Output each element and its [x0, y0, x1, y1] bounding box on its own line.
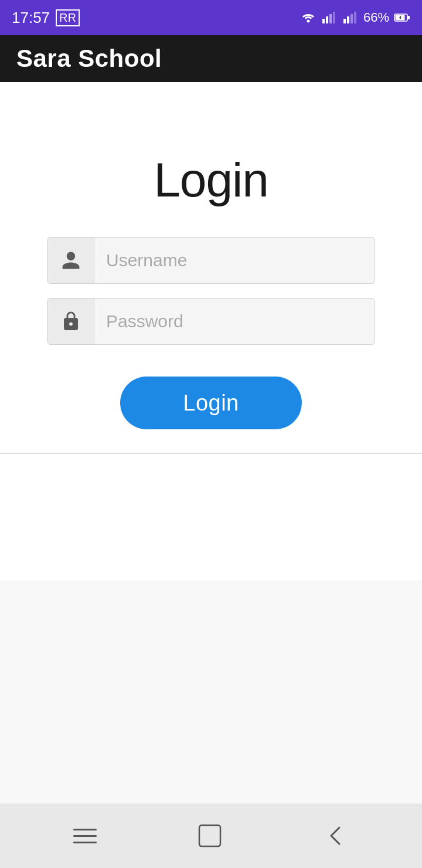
battery-icon [394, 11, 410, 25]
time-display: 17:57 [12, 9, 50, 27]
app-bar: Sara School [0, 35, 422, 82]
password-input-group [47, 298, 375, 345]
svg-rect-1 [322, 19, 325, 23]
password-input[interactable] [94, 299, 375, 344]
user-icon [60, 250, 81, 271]
line1 [73, 829, 97, 830]
nav-bar [0, 803, 422, 868]
svg-rect-7 [350, 14, 353, 23]
svg-rect-2 [326, 16, 328, 23]
status-bar: 17:57 RR 66% [0, 0, 422, 35]
svg-rect-8 [354, 12, 356, 23]
home-button[interactable] [197, 823, 223, 849]
username-input-group [47, 237, 375, 284]
rr-indicator: RR [56, 9, 80, 26]
user-icon-box [47, 238, 94, 283]
recent-apps-button[interactable] [73, 829, 97, 843]
status-icons: 66% [300, 10, 410, 25]
login-button[interactable]: Login [120, 377, 302, 429]
back-button[interactable] [323, 823, 349, 849]
svg-rect-3 [329, 14, 332, 23]
battery-level: 66% [363, 10, 389, 25]
signal2-icon [342, 11, 359, 25]
svg-rect-10 [407, 16, 410, 19]
svg-rect-5 [343, 19, 346, 23]
svg-rect-4 [333, 12, 335, 23]
home-circle-icon [197, 823, 223, 849]
lock-icon-box [47, 299, 94, 344]
svg-rect-6 [347, 16, 349, 23]
login-heading: Login [154, 152, 268, 208]
back-chevron-icon [323, 823, 349, 849]
main-content: Login Login [0, 82, 422, 581]
signal-icon [321, 11, 338, 25]
app-title: Sara School [16, 45, 162, 73]
svg-rect-12 [199, 825, 220, 846]
lower-area [0, 581, 422, 803]
line3 [73, 842, 97, 843]
status-time: 17:57 RR [12, 9, 80, 27]
svg-point-0 [307, 20, 309, 23]
lock-icon [60, 311, 81, 332]
username-input[interactable] [94, 238, 375, 283]
wifi-icon [300, 11, 316, 25]
section-divider [0, 453, 422, 454]
line2 [73, 835, 97, 837]
